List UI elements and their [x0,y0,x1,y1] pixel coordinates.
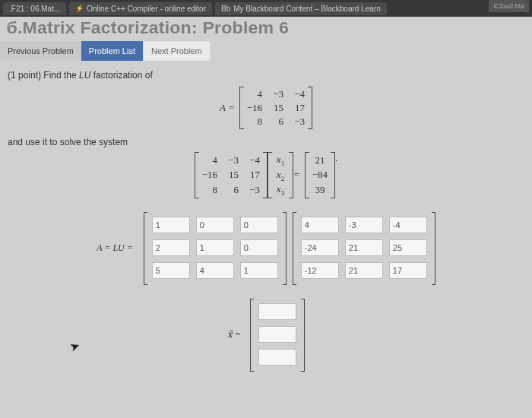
s-cell: −3 [246,184,260,196]
u-input[interactable] [301,262,339,279]
b-cell: −84 [312,169,328,181]
system-display: 4−3−4 −161517 86−3 x1 x2 x3 = 21 −84 39 [8,152,524,198]
a-cell: 17 [291,102,305,114]
u-input[interactable] [345,262,383,279]
b-cell: 21 [315,154,325,166]
a-cell: −16 [247,102,262,114]
u-input[interactable] [345,239,383,256]
s-cell: −16 [202,169,217,181]
xvar: x3 [275,183,286,197]
a-cell: 15 [270,102,283,114]
page-title: б.Matrix Factorization: Problem 6 [0,17,532,41]
a-cell: −3 [270,88,283,100]
tab-label: .F21 : 06.Mat... [9,5,60,13]
prompt-text: (1 point) Find the LU factorization of [8,70,524,81]
prompt-lead: (1 point) Find the [8,70,79,81]
prompt-tail: factorization of [90,70,152,81]
l-input[interactable] [152,239,190,256]
a-label: A = [220,102,235,114]
subprompt: and use it to solve the system [8,137,524,147]
u-input[interactable] [345,217,383,233]
x-input[interactable] [258,303,296,320]
bb-icon: Bb [221,5,230,13]
u-input[interactable] [389,217,427,233]
period: . [335,152,337,198]
l-input[interactable] [152,262,190,279]
s-cell: −4 [246,154,260,166]
browser-tabstrip: .F21 : 06.Mat... ⚡Online C++ Compiler - … [0,0,532,17]
problem-nav: Previous Problem Problem List Next Probl… [0,41,532,65]
xvar: x2 [275,169,286,182]
s-cell: 6 [225,184,239,196]
tab-blackboard[interactable]: BbMy Blackboard Content – Blackboard Lea… [215,2,387,15]
prompt-lu: LU [79,70,90,81]
s-cell: 17 [246,169,260,181]
problem-list-button[interactable]: Problem List [81,41,143,61]
a-cell: 6 [270,116,283,128]
matrix-a-display: A = 4−3−4 −161517 86−3 [8,87,524,129]
b-cell: 39 [315,184,325,196]
s-cell: 4 [204,154,217,166]
x-input[interactable] [258,349,296,366]
tab-compiler[interactable]: ⚡Online C++ Compiler - online editor [69,2,212,15]
tab-label: iCloud Ma [493,2,524,10]
u-matrix [296,212,432,285]
bolt-icon: ⚡ [75,5,84,12]
x-input[interactable] [258,326,296,343]
l-input[interactable] [240,239,278,256]
s-cell: −3 [225,154,239,166]
l-input[interactable] [240,217,278,233]
lu-input-area: A = LU = [8,212,524,285]
l-input[interactable] [196,217,234,233]
a-cell: −3 [291,116,305,128]
a-cell: 4 [249,88,262,100]
tab-course[interactable]: .F21 : 06.Mat... [3,2,66,15]
x-input-area: x̄ = [8,299,524,372]
x-vector [254,299,301,372]
prev-problem-button[interactable]: Previous Problem [0,41,81,61]
next-problem-button[interactable]: Next Problem [143,41,211,61]
xvar: x1 [275,154,286,167]
s-cell: 8 [204,184,217,196]
tab-icloud[interactable]: iCloud Ma [489,0,529,12]
alu-label: A = LU = [97,242,133,254]
eq-sign: = [293,169,300,181]
x-label: x̄ = [227,329,241,340]
s-cell: 15 [225,169,239,181]
problem-body: (1 point) Find the LU factorization of A… [0,65,532,376]
l-matrix [147,212,283,285]
l-input[interactable] [196,239,234,256]
u-input[interactable] [389,239,427,256]
u-input[interactable] [389,262,427,279]
l-input[interactable] [240,262,278,279]
a-cell: −4 [291,88,305,100]
l-input[interactable] [152,217,190,233]
tab-label: Online C++ Compiler - online editor [87,5,206,13]
l-input[interactable] [196,262,234,279]
u-input[interactable] [301,239,339,256]
u-input[interactable] [301,217,339,233]
tab-label: My Blackboard Content – Blackboard Learn [233,5,380,13]
a-cell: 8 [249,116,262,128]
